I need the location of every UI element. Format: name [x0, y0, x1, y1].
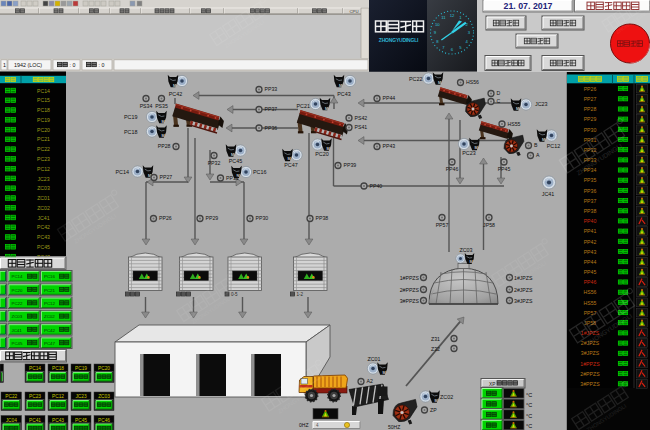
svg-text:PC45: PC45 — [229, 158, 243, 164]
svg-text:°C: °C — [526, 402, 532, 408]
svg-text:PC23: PC23 — [462, 150, 476, 156]
svg-text:PC14: PC14 — [12, 274, 24, 279]
svg-text:PC20: PC20 — [12, 288, 24, 293]
svg-text:2#PPZS: 2#PPZS — [400, 287, 420, 293]
svg-text:1#PPZS: 1#PPZS — [580, 361, 600, 367]
svg-text:PP44: PP44 — [383, 95, 396, 101]
svg-text:PC42: PC42 — [169, 91, 183, 97]
svg-text:PP33: PP33 — [265, 86, 278, 92]
svg-text:0-5: 0-5 — [231, 292, 238, 297]
svg-text:PP38: PP38 — [316, 215, 329, 221]
svg-text:PC16: PC16 — [44, 274, 56, 279]
svg-text:JC41: JC41 — [12, 328, 23, 333]
svg-text:PC47: PC47 — [44, 341, 56, 346]
svg-text:PC20: PC20 — [98, 366, 110, 371]
svg-text:PC20: PC20 — [315, 151, 329, 157]
svg-text:A2: A2 — [367, 378, 373, 384]
svg-text:D: D — [497, 90, 501, 96]
svg-text:ZC02: ZC02 — [440, 394, 453, 400]
svg-text:XP: XP — [489, 382, 495, 387]
svg-text:1942 (LOC): 1942 (LOC) — [14, 62, 42, 68]
svg-text:PC41: PC41 — [29, 418, 41, 423]
svg-text:PC22: PC22 — [409, 76, 423, 82]
svg-text:PC12: PC12 — [44, 301, 56, 306]
svg-text:1: 1 — [3, 62, 6, 68]
svg-text:ZC03: ZC03 — [12, 314, 23, 319]
svg-text:PP32: PP32 — [208, 160, 221, 166]
svg-text:12: 12 — [450, 13, 455, 18]
svg-text:A: A — [536, 152, 540, 158]
svg-text:JC23: JC23 — [75, 394, 87, 399]
svg-text:PC21: PC21 — [297, 103, 311, 109]
svg-text:PC14: PC14 — [116, 169, 130, 175]
svg-text:PC47: PC47 — [284, 162, 298, 168]
svg-text:10: 10 — [435, 22, 440, 27]
svg-text:M: M — [542, 137, 545, 142]
svg-text:PS34: PS34 — [140, 103, 153, 109]
svg-text:PC12: PC12 — [547, 143, 561, 149]
svg-text:HS56: HS56 — [466, 79, 479, 85]
svg-text:ZHONGYUDINGLI: ZHONGYUDINGLI — [379, 37, 419, 43]
svg-text:3#PPZS: 3#PPZS — [580, 381, 600, 387]
svg-text:PP57: PP57 — [436, 222, 449, 228]
svg-text:ZC03: ZC03 — [459, 247, 472, 253]
svg-text:PC23: PC23 — [29, 394, 41, 399]
svg-text:PP26: PP26 — [159, 215, 172, 221]
svg-text:M: M — [339, 83, 342, 88]
svg-text:PC21: PC21 — [37, 136, 50, 142]
svg-text:3#JPZS: 3#JPZS — [581, 350, 600, 356]
svg-text:21. 07. 2017: 21. 07. 2017 — [504, 1, 553, 11]
svg-text:PP43: PP43 — [584, 249, 597, 255]
svg-text:HS55: HS55 — [508, 121, 521, 127]
svg-text:PC14: PC14 — [37, 88, 50, 94]
svg-text:PP27: PP27 — [160, 174, 173, 180]
svg-text:PP27: PP27 — [584, 96, 597, 102]
svg-text:PP26: PP26 — [584, 86, 597, 92]
svg-text:JC41: JC41 — [542, 191, 555, 197]
svg-text:°C: °C — [526, 392, 532, 398]
svg-text:PC15: PC15 — [37, 97, 50, 103]
svg-text:PP31: PP31 — [226, 175, 239, 181]
svg-text:ZC01: ZC01 — [37, 195, 50, 201]
svg-text:PP35: PP35 — [584, 177, 597, 183]
svg-text:PP57: PP57 — [584, 310, 597, 316]
svg-text:PP28: PP28 — [158, 143, 171, 149]
svg-text:M: M — [325, 106, 328, 111]
svg-text:HS56: HS56 — [584, 289, 597, 295]
svg-text:PC43: PC43 — [337, 91, 351, 97]
svg-text:3#PPZS: 3#PPZS — [400, 298, 420, 304]
svg-text:11: 11 — [441, 15, 446, 20]
svg-text:PP46: PP46 — [446, 166, 459, 172]
svg-text:ZC02: ZC02 — [37, 205, 50, 211]
svg-text:PC22: PC22 — [37, 146, 50, 152]
svg-text:: 0: : 0 — [70, 62, 76, 68]
svg-text:CPU: CPU — [349, 9, 358, 14]
svg-text:JC23: JC23 — [37, 176, 49, 182]
svg-text:PC18: PC18 — [37, 107, 50, 113]
svg-text:M: M — [231, 152, 234, 157]
svg-text:C: C — [497, 98, 501, 104]
svg-text:50HZ: 50HZ — [388, 424, 400, 430]
svg-text:PC42: PC42 — [44, 328, 56, 333]
svg-text:PC45: PC45 — [12, 341, 24, 346]
svg-text:PP42: PP42 — [584, 239, 597, 245]
svg-text:PC18: PC18 — [124, 129, 138, 135]
svg-text:PP29: PP29 — [584, 116, 597, 122]
svg-text:HS55: HS55 — [584, 300, 597, 306]
svg-text:PC45: PC45 — [37, 244, 50, 250]
svg-text:ZC02: ZC02 — [44, 314, 55, 319]
svg-text:: 0: : 0 — [99, 62, 105, 68]
svg-text:PC21: PC21 — [44, 288, 56, 293]
svg-text:PP39: PP39 — [344, 162, 357, 168]
svg-text:PP37: PP37 — [584, 198, 597, 204]
svg-text:B: B — [534, 142, 538, 148]
svg-text:PP29: PP29 — [206, 215, 219, 221]
svg-text:PC19: PC19 — [124, 114, 138, 120]
svg-text:PC19: PC19 — [37, 117, 50, 123]
svg-text:JC23: JC23 — [535, 101, 548, 107]
svg-text:PP38: PP38 — [584, 208, 597, 214]
svg-text:3#JPZS: 3#JPZS — [514, 298, 533, 304]
svg-text:M: M — [516, 106, 519, 111]
svg-text:PC12: PC12 — [37, 166, 50, 172]
svg-text:2#JPZS: 2#JPZS — [514, 287, 533, 293]
